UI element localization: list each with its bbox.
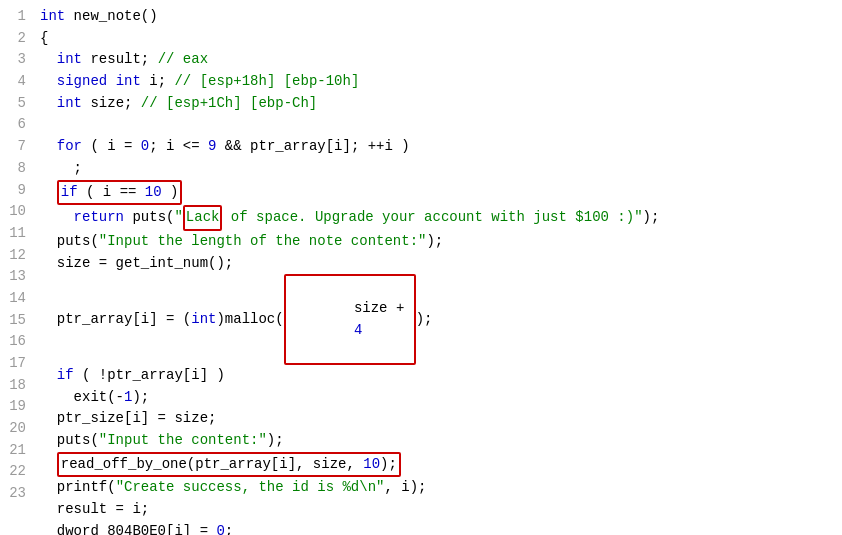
red-box-size4: size + 4 <box>284 274 416 365</box>
red-box-lack: Lack <box>183 205 223 231</box>
red-box-line9: if ( i == 10 ) <box>57 180 183 206</box>
code-line-4: signed int i; // [esp+18h] [ebp-10h] <box>40 71 842 93</box>
code-line-10: return puts( " Lack of space. Upgrade yo… <box>40 205 842 231</box>
code-view: 1 2 3 4 5 6 7 8 9 10 11 12 13 14 15 16 1… <box>0 0 842 535</box>
code-line-20: result = i; <box>40 499 842 521</box>
code-line-19: printf( "Create success, the id is %d\n"… <box>40 477 842 499</box>
code-line-16: ptr_size[i] = size; <box>40 408 842 430</box>
code-line-13: ptr_array[i] = ( int )malloc( size + 4 )… <box>40 274 842 365</box>
code-line-18: read_off_by_one(ptr_array[i], size, 10 )… <box>40 452 842 478</box>
code-line-17: puts( "Input the content:" ); <box>40 430 842 452</box>
code-line-3: int result; // eax <box>40 49 842 71</box>
code-line-15: exit(- 1 ); <box>40 387 842 409</box>
code-line-5: int size; // [esp+1Ch] [ebp-Ch] <box>40 93 842 115</box>
code-line-9: if ( i == 10 ) <box>40 180 842 206</box>
code-line-14: if ( !ptr_array[i] ) <box>40 365 842 387</box>
code-line-8: ; <box>40 158 842 180</box>
code-line-6 <box>40 114 842 136</box>
code-line-1: int new_note() <box>40 6 842 28</box>
line-numbers: 1 2 3 4 5 6 7 8 9 10 11 12 13 14 15 16 1… <box>0 6 32 535</box>
red-box-line18: read_off_by_one(ptr_array[i], size, 10 )… <box>57 452 401 478</box>
code-line-2: { <box>40 28 842 50</box>
code-line-21: dword_804B0E0[i] = 0 ; <box>40 521 842 535</box>
code-line-11: puts( "Input the length of the note cont… <box>40 231 842 253</box>
code-line-7: for ( i = 0 ; i <= 9 && ptr_array[i]; ++… <box>40 136 842 158</box>
code-line-12: size = get_int_num(); <box>40 253 842 275</box>
keyword-int: int <box>40 6 65 28</box>
code-content: int new_note() { int result; // eax sign… <box>32 6 842 535</box>
